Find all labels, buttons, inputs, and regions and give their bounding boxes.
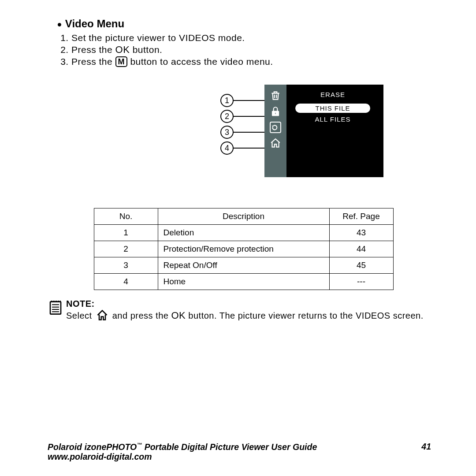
cell-ref: 45 xyxy=(329,257,393,274)
step-2-post: button. xyxy=(130,45,162,55)
step-1-text: Set the picture viewer to VIDEOS mode. xyxy=(71,33,245,43)
m-button-icon: M xyxy=(115,56,128,67)
trash-icon xyxy=(270,90,281,101)
table-row: 4 Home --- xyxy=(94,274,393,290)
tm-symbol: ™ xyxy=(137,442,142,448)
repeat-icon xyxy=(270,122,281,133)
heading-text: Video Menu xyxy=(65,18,124,30)
device-screen: ERASE THIS FILE ALL FILES xyxy=(264,85,383,177)
home-icon xyxy=(95,309,110,321)
cell-desc: Home xyxy=(158,274,329,290)
note-block: NOTE: Select and press the OK button. Th… xyxy=(48,299,430,321)
steps-list: Set the picture viewer to VIDEOS mode. P… xyxy=(57,33,430,67)
note-pre: Select xyxy=(66,311,95,320)
bullet-icon: • xyxy=(57,19,62,30)
table-row: 2 Protection/Remove protection 44 xyxy=(94,241,393,257)
callout-num-2: 2 xyxy=(220,110,234,123)
footer-title: Polaroid izonePHOTO™ Portable Digital Pi… xyxy=(48,442,317,452)
cell-no: 1 xyxy=(94,225,158,241)
th-ref: Ref. Page xyxy=(329,208,393,225)
callout-2: 2 xyxy=(220,108,265,124)
table-row: 3 Repeat On/Off 45 xyxy=(94,257,393,274)
th-desc: Description xyxy=(158,208,329,225)
step-3: Press the M button to access the video m… xyxy=(71,56,430,67)
menu-title: ERASE xyxy=(286,91,379,98)
svg-rect-1 xyxy=(275,112,276,114)
step-2-pre: Press the xyxy=(71,45,115,55)
table-row: 1 Deletion 43 xyxy=(94,225,393,241)
callout-num-1: 1 xyxy=(220,94,234,107)
cell-desc: Deletion xyxy=(158,225,329,241)
ok-label: OK xyxy=(115,44,130,55)
step-2: Press the OK button. xyxy=(71,44,430,56)
footer-brand: Polaroid izonePHOTO xyxy=(48,442,137,451)
cell-no: 3 xyxy=(94,257,158,274)
cell-ref: 43 xyxy=(329,225,393,241)
cell-ref: 44 xyxy=(329,241,393,257)
cell-ref: --- xyxy=(329,274,393,290)
reference-table: No. Description Ref. Page 1 Deletion 43 … xyxy=(94,208,394,290)
callout-4: 4 xyxy=(220,140,265,156)
footer-subtitle: Portable Digital Picture Viewer User Gui… xyxy=(142,442,317,451)
cell-desc: Repeat On/Off xyxy=(158,257,329,274)
callout-3: 3 xyxy=(220,124,265,140)
menu-diagram: 1 2 3 4 ERASE THIS FILE ALL FILES xyxy=(220,85,383,177)
callout-1: 1 xyxy=(220,93,265,108)
note-label: NOTE: xyxy=(66,299,95,309)
cell-no: 2 xyxy=(94,241,158,257)
section-heading: •Video Menu xyxy=(57,18,430,30)
menu-item-this-file: THIS FILE xyxy=(295,104,370,113)
table-header-row: No. Description Ref. Page xyxy=(94,208,393,225)
menu-item-all-files: ALL FILES xyxy=(295,115,370,124)
note-mid: and press the xyxy=(112,311,171,320)
page-footer: Polaroid izonePHOTO™ Portable Digital Pi… xyxy=(48,442,431,462)
footer-url: www.polaroid-digital.com xyxy=(48,452,431,462)
step-1: Set the picture viewer to VIDEOS mode. xyxy=(71,33,430,43)
th-no: No. xyxy=(94,208,158,225)
lock-icon xyxy=(270,106,281,117)
home-icon xyxy=(270,138,281,149)
step-3-post: button to access the video menu. xyxy=(127,56,273,67)
cell-no: 4 xyxy=(94,274,158,290)
note-post: button. The picture viewer returns to th… xyxy=(186,311,424,320)
cell-desc: Protection/Remove protection xyxy=(158,241,329,257)
page-number: 41 xyxy=(421,442,431,452)
step-3-pre: Press the xyxy=(71,56,115,67)
callout-num-3: 3 xyxy=(220,126,234,139)
ok-label: OK xyxy=(171,310,186,321)
notepad-icon xyxy=(48,299,63,315)
svg-rect-2 xyxy=(50,302,61,314)
menu-sidebar xyxy=(264,85,286,177)
callout-num-4: 4 xyxy=(220,141,234,155)
